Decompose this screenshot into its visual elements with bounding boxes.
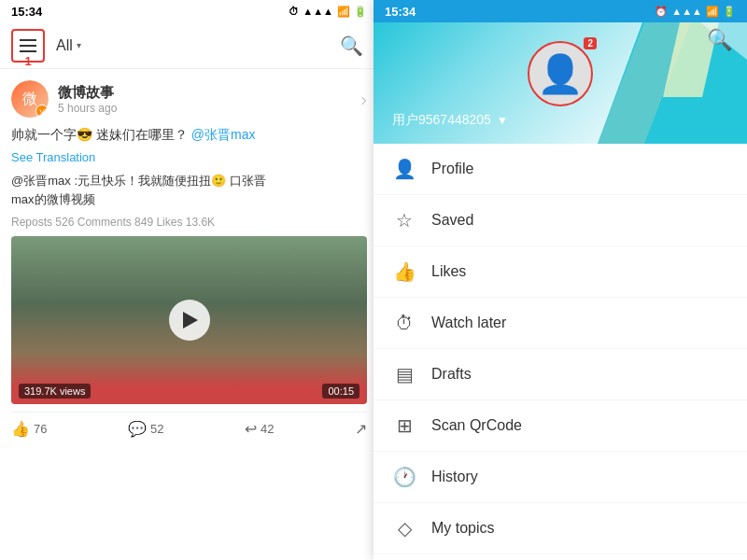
dropdown-arrow: ▾ [77, 40, 81, 50]
clock-icon: ⏱ [289, 6, 299, 17]
author-avatar: 微 V [11, 80, 49, 118]
left-panel: 15:34 ⏱ ▲▲▲ 📶 🔋 1 All ▾ 🔍 微 V [0, 0, 378, 560]
status-icons-left: ⏱ ▲▲▲ 📶 🔋 [289, 6, 367, 18]
menu-button[interactable]: 1 [11, 29, 45, 63]
likes-icon: 👍 [392, 259, 416, 284]
post-more-button[interactable]: › [360, 89, 367, 110]
menu-number-badge: 1 [24, 54, 31, 68]
menu-item-profile[interactable]: 👤 Profile [374, 144, 747, 195]
post-author: 微博故事 [58, 84, 360, 102]
menu-item-my-topics[interactable]: ◇ My topics [374, 503, 747, 554]
comment-count: 52 [150, 422, 163, 436]
share-button[interactable]: ↗ [355, 420, 367, 438]
menu-label-saved: Saved [431, 212, 473, 229]
user-avatar[interactable]: 👤 [528, 41, 593, 106]
signal-icon: ▲▲▲ [303, 6, 333, 17]
drafts-icon: ▤ [392, 362, 416, 386]
menu-list: 👤 Profile ☆ Saved 👍 Likes ⏱ Watch later … [374, 144, 747, 554]
time-left: 15:34 [11, 5, 42, 19]
time-right: 15:34 [385, 5, 416, 19]
menu-label-history: History [431, 469, 478, 485]
menu-item-likes[interactable]: 👍 Likes [374, 246, 747, 298]
post-mention-1[interactable]: @张晋max [191, 127, 256, 142]
post-time: 5 hours ago [58, 102, 360, 115]
post-actions: 👍 76 💬 52 ↩ 42 ↗ [11, 412, 367, 438]
hamburger-line-3 [20, 50, 36, 52]
user-id-row[interactable]: 用户9567448205 ▼ [392, 112, 508, 129]
video-duration: 00:15 [322, 384, 359, 399]
like-count: 76 [34, 422, 47, 436]
right-panel-drawer: 15:34 ⏰ ▲▲▲ 📶 🔋 👤 2 用户9567448205 ▼ [374, 0, 747, 560]
quote-mention: @张晋max [11, 174, 74, 188]
comment-icon: 💬 [128, 420, 147, 438]
menu-item-saved[interactable]: ☆ Saved [374, 195, 747, 246]
signal-icon-right: ▲▲▲ [671, 6, 702, 17]
post-item: 微 V 微博故事 5 hours ago › 帅就一个字😎 迷妹们在哪里？ @张… [0, 69, 378, 449]
post-header: 微 V 微博故事 5 hours ago › [11, 80, 367, 118]
verified-badge: V [35, 105, 49, 118]
menu-label-likes: Likes [431, 263, 466, 280]
search-button-right[interactable]: 🔍 [707, 28, 732, 52]
menu-label-drafts: Drafts [431, 366, 472, 383]
saved-icon: ☆ [392, 208, 416, 232]
user-id-text: 用户9567448205 [392, 112, 491, 129]
status-bar-right: 15:34 ⏰ ▲▲▲ 📶 🔋 [374, 0, 747, 22]
views-count: 319.7K views [19, 384, 91, 399]
user-id-dropdown-arrow: ▼ [497, 114, 508, 127]
my-topics-icon: ◇ [392, 516, 416, 540]
user-header: 👤 2 用户9567448205 ▼ [374, 22, 747, 144]
post-text-content: 帅就一个字😎 迷妹们在哪里？ [11, 127, 188, 142]
video-meta: 319.7K views 00:15 [19, 384, 359, 399]
top-bar-left: 1 All ▾ 🔍 [0, 22, 378, 69]
menu-label-watch-later: Watch later [431, 315, 506, 331]
quote-link[interactable]: max的微博视频 [11, 192, 95, 206]
hamburger-line-2 [20, 45, 36, 47]
like-icon: 👍 [11, 420, 30, 438]
post-meta: 微博故事 5 hours ago [58, 84, 360, 115]
menu-item-scan-qrcode[interactable]: ⊞ Scan QrCode [374, 400, 747, 452]
profile-icon: 👤 [392, 157, 416, 181]
user-avatar-icon: 👤 [537, 55, 584, 92]
like-button[interactable]: 👍 76 [11, 420, 47, 438]
status-bar-left: 15:34 ⏱ ▲▲▲ 📶 🔋 [0, 0, 378, 22]
feed-filter-dropdown[interactable]: All ▾ [56, 37, 81, 54]
comment-button[interactable]: 💬 52 [128, 420, 163, 438]
wifi-icon-right: 📶 [706, 6, 719, 18]
post-image[interactable]: 319.7K views 00:15 [11, 236, 367, 404]
menu-item-drafts[interactable]: ▤ Drafts [374, 349, 747, 400]
quote-text: :元旦快乐！我就随便扭扭🙂 口张晋 [74, 174, 265, 188]
repost-icon: ↩ [245, 420, 257, 438]
alarm-icon-right: ⏰ [655, 6, 668, 18]
menu-label-profile: Profile [431, 161, 473, 177]
menu-item-history[interactable]: 🕐 History [374, 452, 747, 503]
battery-icon-right: 🔋 [723, 6, 736, 18]
scan-qrcode-icon: ⊞ [392, 413, 416, 438]
post-stats: Reposts 526 Comments 849 Likes 13.6K [11, 216, 367, 229]
hamburger-icon [20, 39, 36, 52]
search-button-left[interactable]: 🔍 [336, 31, 367, 61]
menu-item-watch-later[interactable]: ⏱ Watch later [374, 298, 747, 349]
history-icon: 🕐 [392, 465, 416, 489]
user-avatar-section[interactable]: 👤 2 [528, 41, 593, 106]
battery-icon: 🔋 [354, 6, 367, 18]
see-translation-link[interactable]: See Translation [11, 150, 367, 164]
post-quote: @张晋max :元旦快乐！我就随便扭扭🙂 口张晋 max的微博视频 [11, 172, 367, 208]
video-play-button[interactable] [169, 300, 210, 341]
user-avatar-wrapper: 👤 2 [528, 41, 593, 106]
wifi-icon: 📶 [337, 6, 350, 18]
hamburger-line-1 [20, 39, 36, 41]
repost-button[interactable]: ↩ 42 [245, 420, 274, 438]
watch-later-icon: ⏱ [392, 311, 416, 335]
menu-label-scan-qrcode: Scan QrCode [431, 417, 522, 434]
repost-count: 42 [261, 422, 274, 436]
user-badge-2: 2 [584, 37, 597, 49]
share-icon: ↗ [355, 420, 367, 438]
post-text: 帅就一个字😎 迷妹们在哪里？ @张晋max [11, 125, 367, 145]
status-icons-right: ⏰ ▲▲▲ 📶 🔋 [655, 6, 736, 18]
play-triangle-icon [183, 312, 198, 329]
feed-filter-label: All [56, 37, 73, 54]
menu-label-my-topics: My topics [431, 520, 495, 537]
